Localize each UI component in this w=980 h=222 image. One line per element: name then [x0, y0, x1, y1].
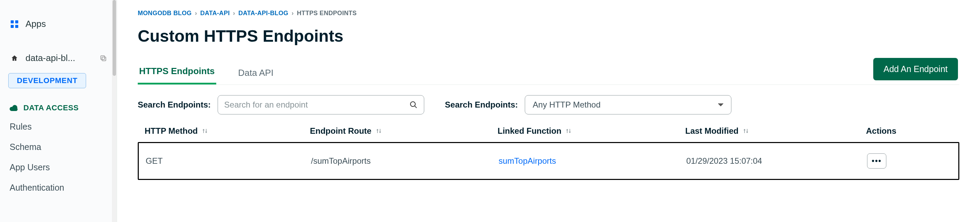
search-endpoints-group: Search Endpoints: [138, 95, 424, 115]
svg-rect-5 [101, 56, 105, 59]
search-endpoints-label: Search Endpoints: [138, 100, 211, 110]
http-method-filter-group: Search Endpoints: Any HTTP Method [445, 95, 731, 115]
svg-rect-4 [102, 57, 106, 61]
th-linked-function-label: Linked Function [498, 126, 561, 136]
breadcrumb-sep: › [194, 10, 198, 16]
th-endpoint-route: Endpoint Route [310, 126, 498, 136]
cloud-icon [10, 105, 19, 111]
breadcrumb-item-1[interactable]: DATA-API [200, 10, 230, 16]
breadcrumb-item-2[interactable]: DATA-API-BLOG [238, 10, 288, 16]
sidebar-apps-link[interactable]: Apps [7, 14, 110, 34]
sort-icon[interactable] [202, 128, 208, 134]
row-actions-menu-button[interactable]: ••• [867, 153, 886, 169]
tab-data-api[interactable]: Data API [237, 64, 275, 85]
svg-rect-3 [15, 25, 18, 28]
cell-last-modified: 01/29/2023 15:07:04 [686, 156, 867, 166]
cell-linked-function-link[interactable]: sumTopAirports [499, 156, 686, 166]
home-icon [10, 54, 19, 62]
th-actions: Actions [866, 126, 942, 136]
cell-actions: ••• [867, 153, 943, 169]
sort-icon[interactable] [375, 128, 382, 134]
http-method-select[interactable]: Any HTTP Method [525, 95, 731, 115]
table-row-selected-frame: GET /sumTopAirports sumTopAirports 01/29… [138, 142, 959, 180]
breadcrumb-item-3: HTTPS ENDPOINTS [297, 10, 357, 16]
ellipsis-icon: ••• [872, 157, 881, 166]
svg-rect-2 [11, 25, 14, 28]
search-endpoints-box[interactable] [218, 95, 424, 115]
breadcrumb-item-0[interactable]: MONGODB BLOG [138, 10, 192, 16]
tab-bar: HTTPS Endpoints Data API [138, 62, 275, 85]
breadcrumb: MONGODB BLOG › DATA-API › DATA-API-BLOG … [138, 10, 959, 17]
sidebar-item-authentication[interactable]: Authentication [7, 177, 110, 198]
tabs-header-row: HTTPS Endpoints Data API Add An Endpoint [138, 58, 959, 85]
sidebar: Apps data-api-bl... DEVELOPMENT DATA ACC… [0, 0, 117, 222]
http-method-selected-value: Any HTTP Method [533, 100, 601, 110]
breadcrumb-sep: › [290, 10, 295, 16]
sidebar-section-label: DATA ACCESS [24, 104, 79, 112]
sidebar-section-data-access: DATA ACCESS [7, 93, 110, 117]
tab-https-endpoints[interactable]: HTTPS Endpoints [138, 62, 216, 85]
sidebar-scrollbar[interactable] [112, 0, 117, 222]
svg-rect-1 [15, 20, 18, 24]
breadcrumb-sep: › [232, 10, 237, 16]
th-http-method: HTTP Method [145, 126, 310, 136]
sidebar-item-schema[interactable]: Schema [7, 137, 110, 157]
th-actions-label: Actions [866, 126, 896, 136]
main-content: MONGODB BLOG › DATA-API › DATA-API-BLOG … [117, 0, 980, 222]
sidebar-scrollbar-thumb[interactable] [113, 0, 116, 76]
sidebar-apps-label: Apps [25, 19, 46, 29]
chevron-down-icon [718, 103, 724, 107]
page-title: Custom HTTPS Endpoints [138, 27, 959, 45]
cell-http-method: GET [146, 156, 311, 166]
search-icon[interactable] [409, 101, 418, 109]
sidebar-item-rules[interactable]: Rules [7, 117, 110, 137]
table-row[interactable]: GET /sumTopAirports sumTopAirports 01/29… [139, 143, 958, 179]
search-row: Search Endpoints: Search Endpoints: Any … [138, 85, 959, 123]
table-header-row: HTTP Method Endpoint Route Linked Functi… [138, 123, 959, 142]
apps-grid-icon [10, 20, 19, 28]
sidebar-item-app-users[interactable]: App Users [7, 157, 110, 177]
svg-rect-0 [11, 20, 14, 24]
sort-icon[interactable] [565, 128, 572, 134]
th-last-modified: Last Modified [685, 126, 866, 136]
search-endpoints-input[interactable] [224, 100, 409, 110]
sidebar-current-app[interactable]: data-api-bl... [7, 48, 110, 68]
http-method-filter-label: Search Endpoints: [445, 100, 518, 110]
env-badge: DEVELOPMENT [8, 73, 86, 88]
th-last-modified-label: Last Modified [685, 126, 739, 136]
sort-icon[interactable] [743, 128, 749, 134]
sidebar-app-name: data-api-bl... [25, 53, 93, 64]
th-endpoint-route-label: Endpoint Route [310, 126, 372, 136]
copy-icon[interactable] [100, 54, 107, 62]
th-linked-function: Linked Function [498, 126, 685, 136]
add-endpoint-button[interactable]: Add An Endpoint [873, 58, 958, 80]
th-http-method-label: HTTP Method [145, 126, 198, 136]
cell-endpoint-route: /sumTopAirports [311, 156, 499, 166]
